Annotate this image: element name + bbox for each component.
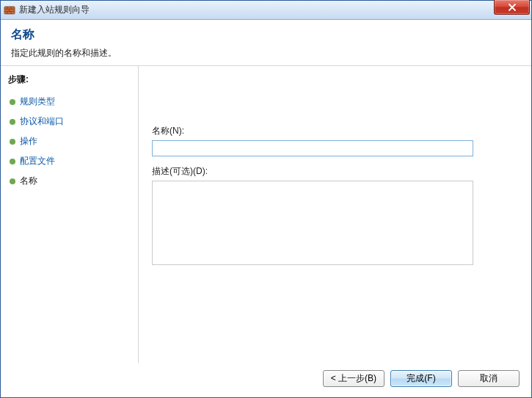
steps-sidebar: 步骤: 规则类型 协议和端口 操作 配置文件 — [1, 66, 139, 363]
page-title: 名称 — [11, 27, 521, 43]
firewall-icon — [4, 4, 15, 16]
back-button[interactable]: < 上一步(B) — [323, 370, 385, 387]
wizard-footer: < 上一步(B) 完成(F) 取消 — [1, 363, 531, 397]
step-action[interactable]: 操作 — [8, 131, 132, 151]
titlebar: 新建入站规则向导 — [1, 1, 531, 20]
bullet-icon — [10, 99, 15, 105]
window-title: 新建入站规则向导 — [19, 4, 90, 16]
wizard-header: 名称 指定此规则的名称和描述。 — [1, 20, 531, 66]
cancel-button[interactable]: 取消 — [458, 370, 520, 387]
step-rule-type[interactable]: 规则类型 — [8, 92, 132, 112]
svg-rect-0 — [4, 7, 15, 14]
description-textarea[interactable] — [152, 181, 473, 265]
step-label: 协议和端口 — [20, 115, 64, 128]
step-profile[interactable]: 配置文件 — [8, 151, 132, 171]
finish-button[interactable]: 完成(F) — [390, 370, 452, 387]
bullet-icon — [10, 139, 15, 145]
close-button[interactable] — [494, 0, 530, 15]
name-label: 名称(N): — [152, 125, 518, 137]
step-label: 名称 — [20, 175, 37, 187]
step-label: 操作 — [20, 135, 37, 148]
form-area: 名称(N): 描述(可选)(D): — [152, 125, 518, 267]
step-label: 配置文件 — [20, 155, 55, 167]
steps-heading: 步骤: — [8, 73, 132, 86]
step-name: 名称 — [8, 171, 132, 191]
bullet-icon — [10, 178, 15, 184]
page-subtitle: 指定此规则的名称和描述。 — [11, 47, 521, 59]
inner-container: 名称 指定此规则的名称和描述。 步骤: 规则类型 协议和端口 操作 — [1, 20, 531, 397]
close-icon — [508, 3, 517, 12]
wizard-window: 新建入站规则向导 名称 指定此规则的名称和描述。 步骤: 规则类型 协议和端口 — [0, 0, 532, 398]
bullet-icon — [10, 159, 15, 164]
step-protocol-port[interactable]: 协议和端口 — [8, 112, 132, 131]
bullet-icon — [10, 119, 15, 125]
name-input[interactable] — [152, 140, 473, 156]
main-panel: 名称(N): 描述(可选)(D): — [139, 66, 531, 363]
description-label: 描述(可选)(D): — [152, 165, 518, 178]
wizard-body: 步骤: 规则类型 协议和端口 操作 配置文件 — [1, 66, 531, 363]
step-label: 规则类型 — [20, 95, 55, 108]
